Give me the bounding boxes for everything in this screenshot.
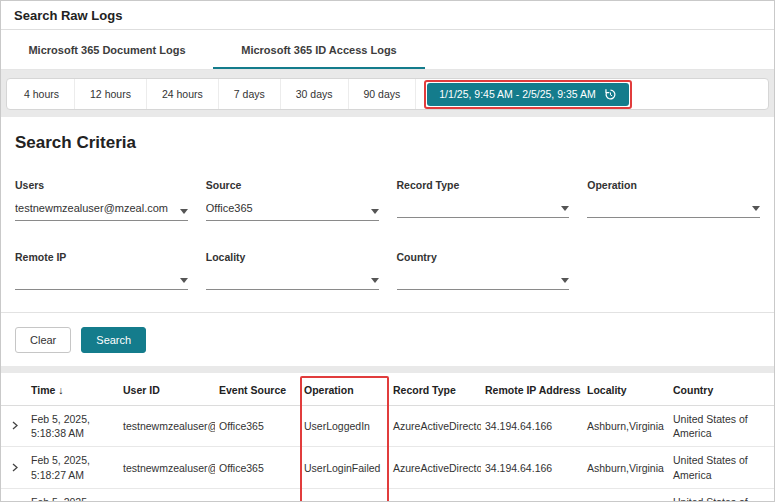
search-raw-logs-page: Search Raw Logs Microsoft 365 Document L… (0, 0, 775, 502)
cell-remote-ip: 34.194.64.166 (481, 447, 583, 488)
results-table: Time↓ User ID Event Source Operation Rec… (1, 373, 775, 502)
time-option-90-days[interactable]: 90 days (349, 79, 417, 109)
time-option-7-days[interactable]: 7 days (219, 79, 281, 109)
time-option-24-hours[interactable]: 24 hours (147, 79, 219, 109)
field-locality: Locality (206, 251, 379, 290)
cell-record-type: AzureActiveDirectorySts (389, 447, 481, 488)
field-record-type: Record Type (397, 179, 570, 221)
source-label: Source (206, 179, 379, 191)
table-row[interactable]: Feb 5, 2025, 5:18:38 AM testnewmzealuser… (1, 406, 775, 447)
search-criteria-panel: Search Criteria Users testnewmzealuser@m… (1, 117, 774, 366)
cell-time: Feb 5, 2025, 5:18:38 AM (27, 406, 119, 447)
record-type-select[interactable] (397, 202, 570, 218)
locality-select[interactable] (206, 274, 379, 290)
cell-record-type: AzureActiveDirectorySts (389, 488, 481, 502)
operation-select[interactable] (587, 202, 760, 218)
chevron-down-icon (180, 278, 188, 283)
cell-remote-ip: 34.194.64.166 (481, 406, 583, 447)
cell-remote-ip: 34.194.64.166 (481, 488, 583, 502)
cell-event-source: Office365 (215, 406, 300, 447)
chevron-down-icon (561, 206, 569, 211)
table-row[interactable]: Feb 5, 2025, 5:16:17 AM testnewmzealuser… (1, 488, 775, 502)
cell-user-id: testnewmzealuser@mzeal.com (119, 488, 215, 502)
country-label: Country (397, 251, 570, 263)
country-select[interactable] (397, 274, 570, 290)
clear-button[interactable]: Clear (15, 327, 71, 353)
cell-operation: UserLoggedIn (300, 488, 389, 502)
time-option-30-days[interactable]: 30 days (281, 79, 349, 109)
col-record-type: Record Type (389, 373, 481, 406)
cell-event-source: Office365 (215, 488, 300, 502)
cell-record-type: AzureActiveDirectorySts (389, 406, 481, 447)
refresh-history-icon[interactable] (604, 88, 617, 101)
cell-locality: Ashburn,Virginia (583, 447, 669, 488)
field-remote-ip: Remote IP (15, 251, 188, 290)
field-operation: Operation (587, 179, 760, 221)
cell-country: United States of America (669, 488, 775, 502)
cell-user-id: testnewmzealuser@mzeal.com (119, 447, 215, 488)
record-type-label: Record Type (397, 179, 570, 191)
chevron-down-icon (561, 278, 569, 283)
users-label: Users (15, 179, 188, 191)
cell-user-id: testnewmzealuser@mzeal.com (119, 406, 215, 447)
table-row[interactable]: Feb 5, 2025, 5:18:27 AM testnewmzealuser… (1, 447, 775, 488)
log-type-tabs: Microsoft 365 Document Logs Microsoft 36… (1, 30, 774, 70)
expand-row-icon[interactable] (5, 420, 19, 432)
results-table-section: Time↓ User ID Event Source Operation Rec… (1, 373, 774, 502)
chevron-down-icon (752, 206, 760, 211)
page-title: Search Raw Logs (1, 1, 774, 30)
remote-ip-select[interactable] (15, 274, 188, 290)
source-value: Office365 (206, 202, 253, 214)
criteria-actions: Clear Search (15, 313, 760, 353)
date-range-annotation-box: 1/1/25, 9:45 AM - 2/5/25, 9:35 AM (424, 80, 631, 109)
cell-event-source: Office365 (215, 447, 300, 488)
operation-label: Operation (587, 179, 760, 191)
cell-locality: Ashburn,Virginia (583, 488, 669, 502)
cell-country: United States of America (669, 406, 775, 447)
expand-column-header (1, 373, 27, 406)
source-select[interactable]: Office365 (206, 202, 379, 221)
cell-time: Feb 5, 2025, 5:18:27 AM (27, 447, 119, 488)
remote-ip-label: Remote IP (15, 251, 188, 263)
cell-operation: UserLoggedIn (300, 406, 389, 447)
cell-operation: UserLoginFailed (300, 447, 389, 488)
users-select[interactable]: testnewmzealuser@mzeal.com (15, 202, 188, 221)
time-range-bar-wrap: 4 hours 12 hours 24 hours 7 days 30 days… (1, 70, 774, 117)
time-option-12-hours[interactable]: 12 hours (75, 79, 147, 109)
time-option-4-hours[interactable]: 4 hours (9, 79, 75, 109)
cell-country: United States of America (669, 447, 775, 488)
tab-id-access-logs[interactable]: Microsoft 365 ID Access Logs (213, 30, 425, 69)
field-country: Country (397, 251, 570, 290)
users-value: testnewmzealuser@mzeal.com (15, 202, 168, 214)
custom-date-range-button[interactable]: 1/1/25, 9:45 AM - 2/5/25, 9:35 AM (427, 83, 628, 106)
col-operation: Operation (300, 373, 389, 406)
cell-time: Feb 5, 2025, 5:16:17 AM (27, 488, 119, 502)
field-users: Users testnewmzealuser@mzeal.com (15, 179, 188, 221)
expand-row-icon[interactable] (5, 462, 19, 474)
col-locality: Locality (583, 373, 669, 406)
tab-document-logs[interactable]: Microsoft 365 Document Logs (1, 30, 213, 69)
col-event-source: Event Source (215, 373, 300, 406)
sort-descending-icon[interactable]: ↓ (58, 384, 63, 396)
criteria-fields: Users testnewmzealuser@mzeal.com Source … (15, 179, 760, 290)
search-button[interactable]: Search (81, 327, 146, 353)
time-range-bar: 4 hours 12 hours 24 hours 7 days 30 days… (6, 78, 769, 110)
search-criteria-title: Search Criteria (15, 133, 760, 153)
col-remote-ip: Remote IP Address (481, 373, 583, 406)
chevron-down-icon (371, 278, 379, 283)
col-time: Time↓ (27, 373, 119, 406)
chevron-down-icon (180, 209, 188, 214)
date-range-label: 1/1/25, 9:45 AM - 2/5/25, 9:35 AM (439, 88, 595, 100)
chevron-down-icon (371, 209, 379, 214)
locality-label: Locality (206, 251, 379, 263)
col-country: Country (669, 373, 775, 406)
table-header-row: Time↓ User ID Event Source Operation Rec… (1, 373, 775, 406)
col-user-id: User ID (119, 373, 215, 406)
cell-locality: Ashburn,Virginia (583, 406, 669, 447)
field-source: Source Office365 (206, 179, 379, 221)
